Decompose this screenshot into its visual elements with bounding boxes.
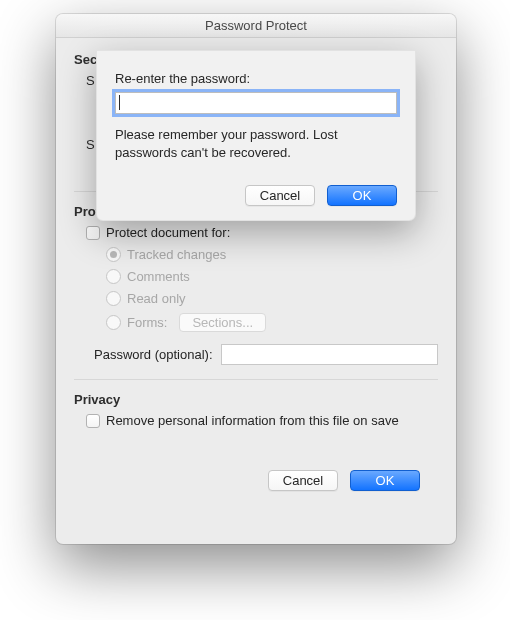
window-title: Password Protect xyxy=(205,18,307,33)
option-tracked-changes: Tracked changes xyxy=(106,247,438,262)
radio-read-only xyxy=(106,291,121,306)
reenter-prompt: Re-enter the password: xyxy=(115,71,397,86)
sheet-buttons: Cancel OK xyxy=(115,185,397,206)
privacy-header: Privacy xyxy=(74,392,438,407)
option-read-only: Read only xyxy=(106,291,438,306)
ok-button[interactable]: OK xyxy=(350,470,420,491)
option-comments: Comments xyxy=(106,269,438,284)
label-tracked-changes: Tracked changes xyxy=(127,247,226,262)
protect-document-label: Protect document for: xyxy=(106,225,230,240)
optional-password-label: Password (optional): xyxy=(94,347,213,362)
footer-buttons: Cancel OK xyxy=(74,470,438,491)
reenter-hint: Please remember your password. Lost pass… xyxy=(115,126,397,161)
sections-button: Sections... xyxy=(179,313,266,332)
label-forms: Forms: xyxy=(127,315,167,330)
radio-forms xyxy=(106,315,121,330)
security-stub-1: S xyxy=(86,73,95,88)
optional-password-input[interactable] xyxy=(221,344,439,365)
text-caret xyxy=(119,95,120,110)
reenter-password-field-wrap xyxy=(115,92,397,114)
remove-pii-label: Remove personal information from this fi… xyxy=(106,413,399,428)
reenter-password-sheet: Re-enter the password: Please remember y… xyxy=(96,50,416,221)
reenter-password-input[interactable] xyxy=(115,92,397,114)
cancel-button[interactable]: Cancel xyxy=(268,470,338,491)
label-comments: Comments xyxy=(127,269,190,284)
radio-comments xyxy=(106,269,121,284)
optional-password-row: Password (optional): xyxy=(94,344,438,365)
protect-document-row[interactable]: Protect document for: xyxy=(86,225,438,240)
divider-2 xyxy=(74,379,438,380)
protect-options: Tracked changes Comments Read only Forms… xyxy=(106,247,438,332)
sheet-ok-button[interactable]: OK xyxy=(327,185,397,206)
option-forms: Forms: Sections... xyxy=(106,313,438,332)
security-stub-2: S xyxy=(86,137,95,152)
sheet-cancel-button[interactable]: Cancel xyxy=(245,185,315,206)
remove-pii-row[interactable]: Remove personal information from this fi… xyxy=(86,413,438,428)
titlebar: Password Protect xyxy=(56,14,456,38)
remove-pii-checkbox[interactable] xyxy=(86,414,100,428)
label-read-only: Read only xyxy=(127,291,186,306)
radio-tracked-changes xyxy=(106,247,121,262)
protect-document-checkbox[interactable] xyxy=(86,226,100,240)
